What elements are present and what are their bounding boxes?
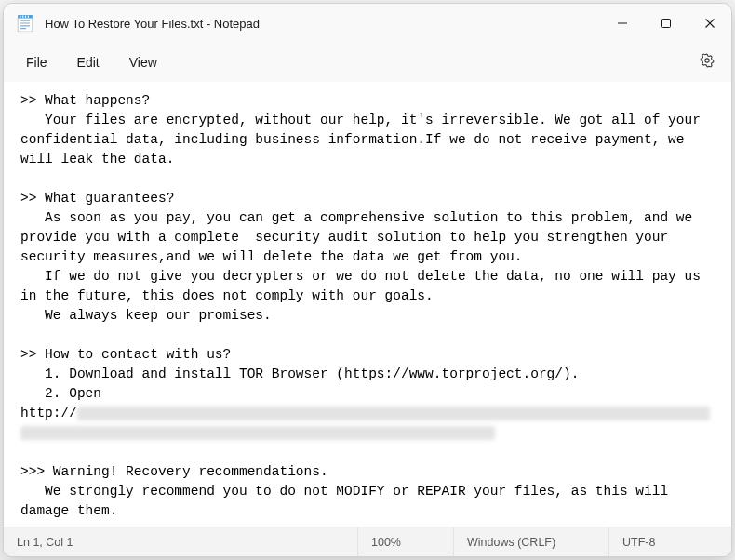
text-editor[interactable]: >> What happens? Your files are encrypte… bbox=[4, 82, 731, 527]
status-encoding: UTF-8 bbox=[608, 527, 731, 556]
menu-edit[interactable]: Edit bbox=[62, 49, 114, 75]
window-title: How To Restore Your Files.txt - Notepad bbox=[45, 17, 600, 31]
status-line-ending: Windows (CRLF) bbox=[453, 527, 608, 556]
redacted-url-line2: xxxxxxxxxxxxxxxxxxxxxxxxxxxxxxxxxxxxxxxx… bbox=[20, 426, 495, 440]
text-line: We strongly recommend you to do not MODI… bbox=[20, 484, 676, 518]
text-line: 1. Download and install TOR Browser (htt… bbox=[20, 367, 579, 381]
window-controls bbox=[600, 4, 731, 43]
menubar: File Edit View bbox=[4, 43, 731, 82]
svg-rect-6 bbox=[20, 16, 20, 18]
text-line: >>> Warning! Recovery recommendations. bbox=[20, 464, 328, 479]
close-button[interactable] bbox=[688, 4, 731, 43]
notepad-icon bbox=[17, 15, 33, 32]
svg-rect-9 bbox=[28, 16, 29, 18]
svg-rect-8 bbox=[25, 16, 26, 18]
svg-point-14 bbox=[705, 59, 709, 62]
text-line: If we do not give you decrypters or we d… bbox=[20, 269, 709, 303]
menu-file[interactable]: File bbox=[11, 49, 62, 75]
text-line: Your files are encrypted, without our he… bbox=[20, 113, 709, 167]
notepad-window: How To Restore Your Files.txt - Notepad … bbox=[3, 3, 732, 557]
status-zoom: 100% bbox=[357, 527, 453, 556]
minimize-button[interactable] bbox=[600, 4, 644, 43]
redacted-url-line1: xxxxxxxxxxxxxxxxxxxxxxxxxxxxxxxxxxxxxxxx… bbox=[77, 407, 710, 420]
text-line: We always keep our promises. bbox=[20, 308, 272, 323]
menu-view[interactable]: View bbox=[114, 49, 172, 75]
svg-rect-1 bbox=[18, 18, 33, 32]
text-line: 2. Open bbox=[20, 386, 101, 401]
text-line: >> What happens? bbox=[20, 93, 150, 108]
text-line: http:// bbox=[20, 406, 77, 420]
svg-rect-11 bbox=[662, 20, 670, 28]
gear-icon bbox=[699, 52, 715, 73]
titlebar: How To Restore Your Files.txt - Notepad bbox=[4, 4, 731, 43]
svg-rect-7 bbox=[22, 16, 23, 18]
text-line: As soon as you pay, you can get a compre… bbox=[20, 210, 701, 264]
statusbar: Ln 1, Col 1 100% Windows (CRLF) UTF-8 bbox=[4, 527, 731, 556]
maximize-button[interactable] bbox=[644, 4, 688, 43]
status-position: Ln 1, Col 1 bbox=[4, 527, 357, 556]
settings-button[interactable] bbox=[690, 46, 724, 79]
text-line: >> How to contact with us? bbox=[20, 347, 231, 362]
text-line: >> What guarantees? bbox=[20, 191, 174, 206]
